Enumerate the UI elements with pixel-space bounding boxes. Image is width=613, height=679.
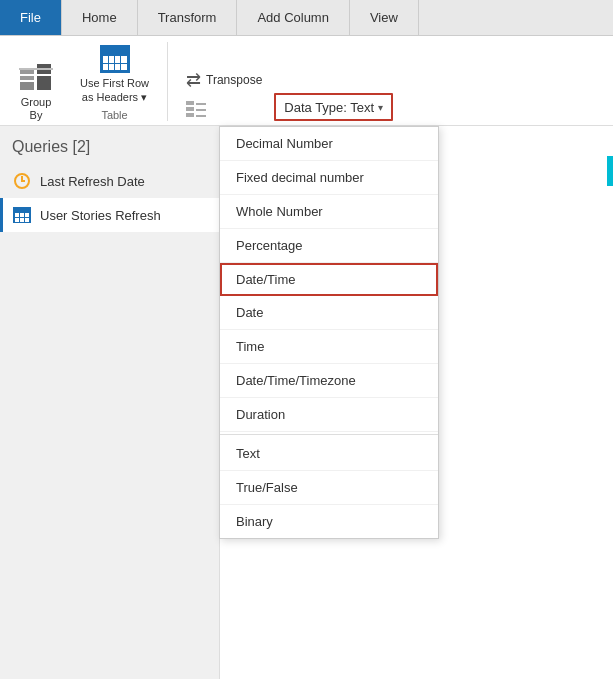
tab-transform[interactable]: Transform	[138, 0, 238, 35]
main-body: Queries [2] Last Refresh Date	[0, 126, 613, 679]
sidebar-item-label-last-refresh: Last Refresh Date	[40, 174, 145, 189]
transpose-icon: ⇄	[186, 69, 201, 91]
svg-rect-9	[186, 113, 194, 117]
dropdown-item-whole[interactable]: Whole Number	[220, 195, 438, 229]
group-by-icon	[18, 60, 54, 92]
dropdown-item-duration[interactable]: Duration	[220, 398, 438, 432]
group-by-label: GroupBy	[21, 96, 52, 122]
tab-file[interactable]: File	[0, 0, 62, 35]
dropdown-item-truefalse[interactable]: True/False	[220, 471, 438, 505]
table-icon	[12, 206, 32, 224]
svg-rect-0	[20, 70, 34, 74]
svg-rect-10	[196, 103, 206, 105]
sidebar-item-label-user-stories: User Stories Refresh	[40, 208, 161, 223]
svg-rect-7	[186, 101, 194, 105]
small-icon	[186, 101, 206, 119]
table-group: Use First Row as Headers ▾ Table	[72, 42, 168, 121]
group-by-button[interactable]: GroupBy	[10, 61, 62, 121]
svg-rect-3	[37, 64, 51, 68]
dropdown-item-date[interactable]: Date	[220, 296, 438, 330]
svg-rect-8	[186, 107, 194, 111]
dropdown-divider	[220, 434, 438, 435]
tab-add-column[interactable]: Add Column	[237, 0, 350, 35]
dropdown-item-binary[interactable]: Binary	[220, 505, 438, 538]
cyan-marker	[607, 156, 613, 186]
datatype-button[interactable]: Data Type: Text ▾	[274, 93, 393, 121]
tab-view[interactable]: View	[350, 0, 419, 35]
table-buttons: Use First Row as Headers ▾	[72, 42, 157, 107]
tab-home[interactable]: Home	[62, 0, 138, 35]
dropdown-item-datetime[interactable]: Date/Time	[220, 263, 438, 296]
dropdown-item-datetime-tz[interactable]: Date/Time/Timezone	[220, 364, 438, 398]
dropdown-item-percentage[interactable]: Percentage	[220, 229, 438, 263]
svg-rect-12	[196, 115, 206, 117]
datatype-dropdown: Decimal Number Fixed decimal number Whol…	[219, 126, 439, 539]
datatype-dropdown-arrow: ▾	[378, 102, 383, 113]
svg-rect-2	[20, 82, 34, 90]
svg-rect-1	[20, 76, 34, 80]
svg-rect-11	[196, 109, 206, 111]
dropdown-item-decimal[interactable]: Decimal Number	[220, 127, 438, 161]
table-group-label: Table	[101, 109, 127, 121]
datatype-label: Data Type: Text	[284, 100, 374, 115]
small-icon-button[interactable]	[182, 99, 266, 121]
use-first-row-label: Use First Row as Headers ▾	[80, 77, 149, 103]
transform-section: ⇄ Transpose Data Type: Text ▾	[182, 42, 393, 121]
sidebar-title: Queries [2]	[0, 134, 219, 164]
dropdown-item-fixed-decimal[interactable]: Fixed decimal number	[220, 161, 438, 195]
use-first-row-icon	[97, 45, 133, 73]
sidebar-item-user-stories[interactable]: User Stories Refresh	[0, 198, 219, 232]
ribbon: GroupBy	[0, 36, 613, 126]
tab-bar: File Home Transform Add Column View	[0, 0, 613, 36]
sidebar-item-last-refresh[interactable]: Last Refresh Date	[0, 164, 219, 198]
svg-rect-4	[37, 70, 51, 74]
clock-icon	[12, 172, 32, 190]
sidebar: Queries [2] Last Refresh Date	[0, 126, 220, 679]
dropdown-item-time[interactable]: Time	[220, 330, 438, 364]
use-first-row-button[interactable]: Use First Row as Headers ▾	[72, 45, 157, 105]
svg-rect-5	[37, 76, 51, 90]
dropdown-item-text[interactable]: Text	[220, 437, 438, 471]
transpose-button[interactable]: ⇄ Transpose	[182, 67, 266, 93]
transpose-label: Transpose	[206, 73, 262, 87]
